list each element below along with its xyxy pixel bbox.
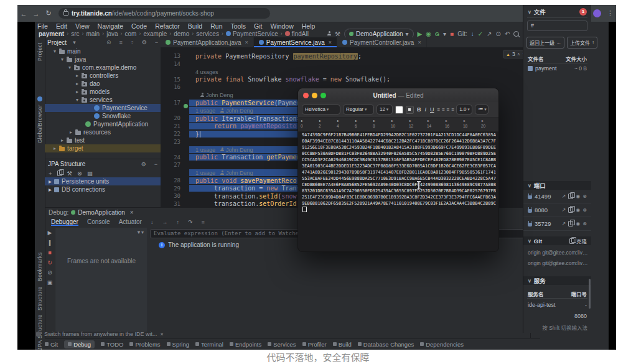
forward-icon[interactable]: → [30,10,42,17]
files-filter-input[interactable]: # [527,21,587,31]
close-icon[interactable]: × [161,331,164,337]
code-line[interactable]: 4 usages [161,68,530,76]
collapse-all-icon[interactable]: ÷ [131,39,134,45]
thread-dump-icon[interactable]: ▣ [47,280,53,286]
panel-settings-icon[interactable]: ⚙ [142,39,147,45]
breadcrumb-item-findall[interactable]: findAll [285,30,309,37]
open-external-icon[interactable]: ↗ [562,221,566,226]
editor-tab-paymentcontroller.java[interactable]: PaymentController.java× [337,37,427,47]
copy-icon[interactable] [57,170,62,176]
bottom-tab-dependencies[interactable]: Dependencies [420,341,464,348]
breadcrumb-item-payment[interactable]: payment [39,30,64,37]
tab-stop-icon[interactable]: ▸ [319,118,321,123]
port-row-35729[interactable]: 35729↗◉⊗ [523,217,591,231]
search-icon[interactable] [513,31,519,37]
bottom-tab-build[interactable]: Build [333,341,352,348]
close-icon[interactable]: ⊗ [582,207,587,213]
service-row[interactable]: ide-api-test- [528,302,587,308]
upload-file-button[interactable]: 上传文件 ↑ [567,37,597,49]
line-spacing-select[interactable]: 1.0 [456,105,472,114]
tool-tab-structure[interactable]: Structure [37,286,43,310]
preview-icon[interactable]: ◉ [576,194,580,199]
bottom-tab-endpoints[interactable]: Endpoints [230,341,261,348]
address-bar[interactable]: try.titanide.cn /ide/web/coding/payment/… [58,8,270,19]
code-line[interactable]: 14 [161,60,530,68]
profile-avatar[interactable] [593,9,601,17]
menu-run[interactable]: Run [210,22,222,30]
reload-icon[interactable]: ↻ [42,9,55,17]
file-row[interactable]: payment ~ 0 B [528,65,587,72]
scrollbar[interactable] [589,279,591,309]
hot-swap-icon[interactable]: ↻ [47,260,52,266]
debug-tab-actuator[interactable]: Actuator [119,218,142,225]
chevron-down-icon[interactable]: ∨ [528,9,531,15]
tab-stop-icon[interactable]: ▸ [355,118,357,123]
step-icon-0[interactable]: ↓ [151,219,154,225]
usages-inlay[interactable]: 1 usage [195,108,215,114]
copy-icon[interactable] [568,221,573,226]
tool-tab-project[interactable]: Project [37,42,43,61]
breadcrumb-item-services[interactable]: services [196,30,219,37]
git-remote[interactable]: origin git@gitee.com:live-demo/payme... [528,260,588,266]
menu-navigate[interactable]: Navigate [98,22,123,30]
port-row-41499[interactable]: 41499↗◉⊗ [523,190,591,203]
tab-stop-icon[interactable]: ▸ [446,118,447,123]
run-button[interactable]: ▶ [418,30,423,37]
menu-tools[interactable]: Tools [230,22,246,30]
tree-item-services[interactable]: ▾services [45,96,161,104]
bottom-tab-profiler[interactable]: Profiler [302,341,327,348]
step-icon-2[interactable]: ↑ [176,219,179,225]
tab-stop-icon[interactable]: ▸ [464,118,465,123]
history-icon[interactable]: ⊙ [495,30,500,37]
bottom-tab-database-changes[interactable]: Database Changes [358,341,414,348]
stop-icon[interactable]: ■ [48,250,51,256]
tree-item-com-example-demo[interactable]: ▾com.example.demo [45,63,161,72]
database-icon[interactable]: ▤ [87,170,93,177]
bottom-tab-services[interactable]: Services [268,341,296,348]
tree-item-snowflake[interactable]: Snowflake [45,112,161,120]
breadcrumb-item-demo[interactable]: demo [174,30,189,37]
bottom-tab-git[interactable]: Git [45,341,58,348]
tree-item-controllers[interactable]: ▸controllers [45,72,161,80]
background-color-swatch[interactable] [406,106,414,114]
textedit-content[interactable]: 9A7439DC9F6F21B7B49B0E41FEBD4FD299A2DB2C… [302,132,496,251]
breadcrumb-item-main[interactable]: main [86,30,100,37]
textedit-window[interactable]: Untitled — Edited Helvetica Regular 12 B… [297,88,499,252]
align-left-icon[interactable]: ≡ [437,107,440,113]
author-inlay[interactable]: John Deng [226,147,253,153]
menu-file[interactable]: File [37,22,48,30]
usages-inlay[interactable]: 1 usage [195,170,215,176]
align-center-icon[interactable]: ≡ [442,107,444,113]
bottom-tab-debug[interactable]: Debug [64,340,95,348]
tab-stop-icon[interactable]: ▸ [391,118,393,123]
git-push-icon[interactable]: ↗ [487,30,492,37]
tree-item-java[interactable]: ▾java [45,55,161,63]
tab-stop-icon[interactable]: ▸ [373,118,375,123]
breadcrumb-item-src[interactable]: src [71,30,79,37]
menu-build[interactable]: Build [188,22,202,30]
bottom-tab-todo[interactable]: TODO [101,341,123,348]
close-icon[interactable]: × [418,39,421,45]
menu-edit[interactable]: Edit [56,22,67,30]
pause-icon[interactable]: ∥ [49,240,52,246]
usages-inlay[interactable]: 1 usage [195,147,215,153]
bold-button[interactable]: B [416,106,422,113]
coverage-button[interactable]: ◉ [426,30,431,37]
author-inlay[interactable]: John Deng [226,108,253,114]
tree-item-dao[interactable]: ▸dao [45,80,161,88]
git-update-icon[interactable]: ↓ [471,30,474,37]
author-inlay[interactable]: John Deng [226,170,253,176]
profiler-button[interactable]: G [435,31,439,37]
italic-button[interactable]: I [424,106,428,113]
menu-git[interactable]: Git [254,22,262,30]
tree-item-test[interactable]: ▸test [45,136,161,144]
editor-tab-paymentapplication.java[interactable]: PaymentApplication.java× [161,37,254,47]
breadcrumb-item-paymentservice[interactable]: PaymentService [226,30,278,37]
service-row[interactable]: 8080 [528,313,587,319]
tab-stop-icon[interactable]: ▸ [409,118,411,123]
tree-item-target[interactable]: ▸target [45,144,161,152]
panel-settings-icon[interactable]: ⚙ [141,161,146,167]
tab-stop-icon[interactable]: ▸ [337,118,339,123]
user-icon[interactable] [327,31,331,35]
breadcrumb-item-com[interactable]: com [125,30,137,37]
